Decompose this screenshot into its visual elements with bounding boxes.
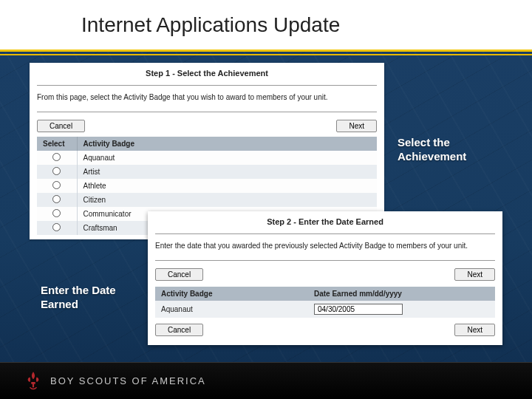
cancel-button[interactable]: Cancel <box>155 324 203 336</box>
panel-step-2: Step 2 - Enter the Date Earned Enter the… <box>148 211 502 345</box>
next-button[interactable]: Next <box>454 268 495 281</box>
col-select: Select <box>37 137 77 151</box>
step-1-title: Step 1 - Select the Achievement <box>37 69 377 78</box>
slide: Internet Applications Update Step 1 - Se… <box>0 0 532 399</box>
radio-icon[interactable] <box>52 223 61 231</box>
footer-org: BOY SCOUTS OF AMERICA <box>50 375 206 386</box>
date-table: Activity Badge Date Earned mm/dd/yyyy Aq… <box>155 287 495 318</box>
cancel-button[interactable]: Cancel <box>155 268 203 281</box>
table-row: Aquanaut <box>155 301 495 318</box>
table-row[interactable]: Aquanaut <box>37 151 377 165</box>
divider <box>155 260 495 261</box>
step-2-instructions: Enter the date that you awarded the prev… <box>155 242 495 250</box>
next-button[interactable]: Next <box>454 324 495 336</box>
callout-select-achievement: Select the Achievement <box>398 136 508 164</box>
step-1-instructions: From this page, select the Activity Badg… <box>37 93 377 101</box>
col-badge: Activity Badge <box>155 287 308 301</box>
badge-name: Aquanaut <box>155 301 308 318</box>
divider <box>37 85 377 86</box>
table-row[interactable]: Artist <box>37 165 377 179</box>
radio-icon[interactable] <box>52 153 61 161</box>
divider <box>155 233 495 234</box>
page-title: Internet Applications Update <box>81 13 340 37</box>
radio-icon[interactable] <box>52 167 61 175</box>
divider <box>37 112 377 112</box>
button-row: Cancel Next <box>37 120 377 132</box>
radio-icon[interactable] <box>52 181 61 189</box>
fleur-de-lis-icon <box>25 371 41 392</box>
badge-name: Athlete <box>77 179 377 193</box>
badge-name: Artist <box>77 165 377 179</box>
radio-icon[interactable] <box>52 195 61 203</box>
badge-name: Aquanaut <box>77 151 377 165</box>
badge-name: Citizen <box>77 193 377 207</box>
step-2-title: Step 2 - Enter the Date Earned <box>155 217 495 226</box>
title-bar: Internet Applications Update <box>0 0 532 52</box>
accent-line <box>0 54 532 55</box>
button-row: Cancel Next <box>155 268 495 281</box>
table-row[interactable]: Athlete <box>37 179 377 193</box>
table-row[interactable]: Citizen <box>37 193 377 207</box>
next-button[interactable]: Next <box>336 120 377 132</box>
footer: BOY SCOUTS OF AMERICA <box>0 362 532 399</box>
col-date: Date Earned mm/dd/yyyy <box>308 287 495 301</box>
date-earned-input[interactable] <box>314 304 403 315</box>
radio-icon[interactable] <box>52 209 61 217</box>
cancel-button[interactable]: Cancel <box>37 120 85 132</box>
button-row: Cancel Next <box>155 324 495 336</box>
callout-enter-date: Enter the Date Earned <box>41 284 137 312</box>
col-badge: Activity Badge <box>77 137 377 151</box>
